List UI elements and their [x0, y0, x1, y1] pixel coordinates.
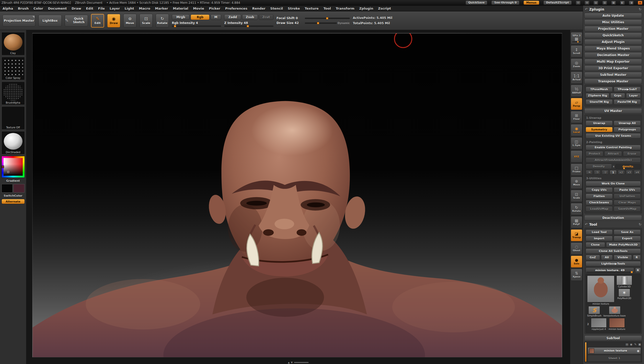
use-existing-uv-seams-button[interactable]: Use Existing UV Seams: [586, 133, 641, 139]
rgb-intensity-thumb[interactable]: [174, 25, 176, 27]
rgb-intensity-slider[interactable]: Rgb Intensity 4: [172, 21, 221, 27]
gyro-scale-button[interactable]: ⊡ Scale: [571, 190, 582, 202]
goz-button[interactable]: GoZ: [586, 255, 600, 260]
solo-button[interactable]: ● Solo: [571, 256, 582, 268]
tool-cycle-icon[interactable]: ↻: [639, 222, 641, 226]
active-tool-thumbnail[interactable]: minion texture: [587, 276, 614, 305]
load-uv-map-button[interactable]: LoadUvMap: [586, 206, 613, 212]
goz-all-button[interactable]: All: [601, 255, 613, 260]
layout-left-tray-icon[interactable]: ◧: [620, 1, 625, 5]
symmetry-button[interactable]: Symmetry: [586, 127, 613, 132]
zsphere-rig-button[interactable]: ZSphere Rig: [586, 93, 609, 98]
main-color-swatch[interactable]: [2, 184, 13, 193]
lightbox-tools-button[interactable]: Lightbox▶Tools: [586, 261, 641, 266]
stroke-selector[interactable]: Color Spray: [2, 57, 25, 80]
current-tool-thumb[interactable]: [631, 271, 633, 273]
secondary-color-swatch[interactable]: [13, 184, 25, 193]
menu-brush[interactable]: Brush: [18, 7, 29, 10]
zplugin-menu-deactivation[interactable]: Deactivation: [584, 215, 642, 221]
protect-button[interactable]: Protect: [586, 151, 603, 156]
unwrap-button[interactable]: Unwrap: [586, 121, 613, 126]
export-button[interactable]: Export: [614, 236, 641, 241]
menu-zscript[interactable]: Zscript: [378, 7, 391, 10]
recent-tool-minion-texture[interactable]: minion texture: [609, 318, 625, 330]
make-polymesh3d-button[interactable]: Make PolyMesh3D: [606, 242, 641, 247]
menu-texture[interactable]: Texture: [305, 7, 319, 10]
zplugin-menu-decimation-master[interactable]: Decimation Master: [584, 52, 642, 58]
rgb-intensity-track[interactable]: [172, 26, 221, 27]
projection-master-button[interactable]: Projection Master: [3, 15, 35, 27]
transp-button[interactable]: ◪ Transp: [571, 229, 582, 241]
grps-button[interactable]: Grps: [610, 93, 625, 98]
layout-rows-icon[interactable]: ▤: [593, 1, 598, 5]
menu-material[interactable]: Material: [173, 7, 188, 10]
m-button[interactable]: M: [211, 14, 221, 20]
check-seams-button[interactable]: CheckSeams: [586, 200, 613, 205]
draw-size-track[interactable]: [305, 22, 337, 24]
actual-button[interactable]: 1:1 Actual: [571, 72, 582, 84]
polyf-button[interactable]: ▦ PolyF: [571, 216, 582, 228]
zplugin-menu-multi-map-exporter[interactable]: Multi Map Exporter: [584, 59, 642, 64]
spix-button[interactable]: SPix 3 ▦: [571, 32, 582, 44]
menu-light[interactable]: Light: [125, 7, 134, 10]
menu-transform[interactable]: Transform: [336, 7, 354, 10]
texture-selector[interactable]: Texture Off: [2, 106, 25, 130]
load-tool-button[interactable]: Load Tool: [586, 230, 613, 235]
subtool-visibility-eye-icon[interactable]: ◉: [637, 349, 639, 353]
layout-right-tray-icon[interactable]: ◨: [629, 1, 634, 5]
density-slider[interactable]: density.: [615, 164, 641, 169]
layer-button[interactable]: Layer: [626, 93, 641, 98]
scroll-down-icon[interactable]: ▼: [291, 361, 293, 364]
zplugin-menu-misc-utilities[interactable]: Misc Utilities: [584, 19, 642, 25]
default-zscript-button[interactable]: DefaultZScript: [543, 1, 572, 5]
document-viewport[interactable]: [32, 33, 562, 357]
clone-all-subtools-button[interactable]: Clone All SubTools: [586, 248, 641, 254]
density-div3-button[interactable]: /3: [594, 170, 601, 175]
subtool-selection-strip[interactable]: [585, 342, 586, 362]
draw-button[interactable]: ◉ Draw: [107, 14, 120, 28]
draw-size-thumb[interactable]: [317, 22, 319, 24]
alpha-selector[interactable]: BrushAlpha: [2, 82, 25, 105]
z-intensity-track[interactable]: [224, 26, 273, 27]
edit-button[interactable]: ✎ Edit: [91, 14, 104, 28]
goz-r-button[interactable]: R: [633, 255, 641, 260]
menu-draw[interactable]: Draw: [72, 7, 81, 10]
draw-size-slider[interactable]: Draw Size 42 Dynamic: [277, 21, 350, 25]
density-x1-button[interactable]: 1: [610, 170, 617, 175]
ghost-button[interactable]: ◌ Ghost: [571, 242, 582, 255]
rotate-button[interactable]: ↻ Rotate: [156, 14, 169, 28]
erase-button[interactable]: Erase: [623, 151, 641, 156]
layout-split-icon[interactable]: ⊟: [576, 1, 581, 5]
density-slider-thumb[interactable]: [623, 168, 625, 169]
subtool-section-header[interactable]: SubTool: [584, 335, 642, 341]
mrgb-button[interactable]: Mrgb: [172, 14, 190, 20]
density-x2-button[interactable]: x2: [618, 170, 625, 175]
quicksave-button[interactable]: QuickSave: [466, 1, 488, 5]
local-button[interactable]: ◉ Local: [571, 124, 582, 136]
clone-button[interactable]: Clone: [586, 242, 605, 247]
subtool-item-selected[interactable]: minion texture ◉: [588, 347, 641, 354]
z-intensity-slider[interactable]: Z Intensity 48: [224, 21, 273, 27]
focal-shift-thumb[interactable]: [326, 17, 328, 19]
menu-stencil[interactable]: Stencil: [270, 7, 283, 10]
spix-slider[interactable]: [572, 41, 581, 42]
layout-panes-icon[interactable]: ▦: [611, 1, 616, 5]
attract-from-ambient-occlusion-button[interactable]: AttractFromAmbientOcl: [586, 157, 641, 163]
density-button[interactable]: Density: [586, 164, 612, 169]
pastetm-rig-button[interactable]: PasteTM Rig: [614, 99, 641, 105]
menu-picker[interactable]: Picker: [209, 7, 220, 10]
frame-button[interactable]: □ Frame: [571, 164, 582, 176]
menu-document[interactable]: Document: [48, 7, 67, 10]
paste-uvs-button[interactable]: Paste UVs: [614, 187, 641, 193]
scroll-button[interactable]: ↕ Scroll: [571, 45, 582, 57]
flatten-button[interactable]: Flatten: [586, 194, 613, 199]
density-div4-button[interactable]: /4: [586, 170, 593, 175]
lsym-button[interactable]: ◫ L.Sym: [571, 137, 582, 149]
aahalf-button[interactable]: ½ AAHalf: [571, 85, 582, 97]
goz-visible-button[interactable]: Visible: [614, 255, 632, 260]
z-intensity-thumb[interactable]: [247, 25, 249, 27]
subtool-folder-icon[interactable]: ▣: [638, 343, 641, 346]
zcut-button[interactable]: Zcut: [259, 14, 273, 20]
tposemesh-button[interactable]: TPoseMesh: [586, 87, 613, 92]
scale-button[interactable]: ⊡ Scale: [140, 14, 153, 28]
